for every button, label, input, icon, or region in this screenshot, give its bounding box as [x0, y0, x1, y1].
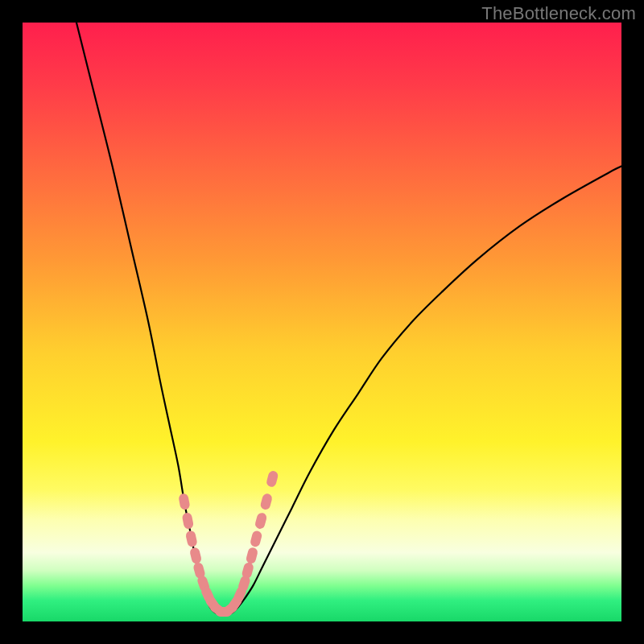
plot-area [23, 23, 621, 621]
gradient-background [23, 23, 621, 621]
chart-canvas: TheBottleneck.com [0, 0, 644, 644]
plot-svg [23, 23, 621, 621]
watermark-text: TheBottleneck.com [481, 3, 636, 24]
